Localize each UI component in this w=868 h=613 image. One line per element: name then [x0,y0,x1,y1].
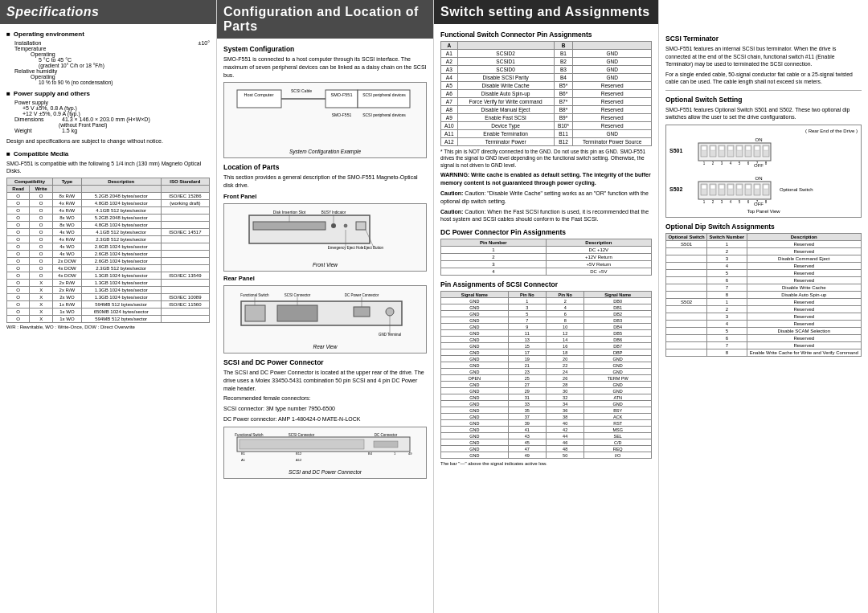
table-row: GND1718DBP [441,349,652,356]
operating-temp-value: 5 °C to 45 °C [31,57,210,63]
table-row: OX2x R/W1.3GB 1024 bytes/sector [7,286,210,293]
svg-text:Host Computer: Host Computer [244,92,273,97]
svg-text:SCSI Connector: SCSI Connector [288,433,314,437]
operating-temp-note: (gradient 10° C/h or 18 °F/h) [31,63,210,68]
weight-value: 1.5 kg [62,128,77,133]
iso-header: ISO Standard [161,178,209,185]
pin-assign-title: Pin Assignments of SCSI Connector [440,280,652,288]
table-row: OO4x WO2.6GB 1024 bytes/sector [7,243,210,250]
front-view-label: Front View [227,262,423,268]
caution2-text: Caution: Caution: When the Fast SCSI fun… [440,208,652,224]
svg-rect-87 [702,185,706,189]
caution1-strong: Caution: [440,190,463,196]
table-row: GND1112DB5 [441,330,652,337]
table-row: GND1314DB6 [441,337,652,343]
operating-humidity-value: 10 % to 90 % (no condensation) [31,80,210,85]
func-a-header [457,42,554,50]
s501-svg: ON [694,135,775,167]
table-row: GND2930GND [441,388,652,394]
installation-label: Installation [14,40,41,46]
table-row: 4Reserved [666,320,862,327]
table-row: GND4950I/O [441,452,652,459]
operating-temp-label: Operating [31,51,210,57]
caution1-body: Caution: "Disable Write Cache" setting w… [440,190,649,204]
svg-rect-60 [702,146,706,150]
table-row: OO4x WO2.6GB 1024 bytes/sector [7,250,210,257]
svg-text:5: 5 [739,161,741,166]
design-note-text: Design and specifications are subject to… [6,137,210,145]
table-row: A9Enable Fast SCSIB9*Reserved [441,114,652,122]
compat-footer: W/R : Rewritable, WO : Write-Once, DOW :… [6,325,210,329]
svg-rect-61 [710,146,715,150]
svg-text:SMO-F551: SMO-F551 [331,112,351,117]
warning-text: WARNING: Write cache is enabled as defau… [440,171,652,187]
type-header: Type [53,178,82,185]
svg-rect-67 [764,146,768,150]
system-config-desc: SMO-F551 is connected to a host computer… [223,55,427,79]
config-column: Configuration and Location of Parts Syst… [217,0,434,613]
svg-text:6: 6 [747,200,750,204]
front-panel-svg: Disk Insertion Slot BUSY Indicator Emerg… [233,207,418,260]
table-row: A3SCSID0B3GND [441,66,652,74]
installation-value: ±10° [199,40,210,46]
table-row: A6Disable Auto Spin-upB6*Reserved [441,90,652,98]
col2-title: Configuration and Location of Parts [223,5,419,33]
signal-table: Signal Name Pin No Pin No Signal Name GN… [440,291,652,459]
func-switch-note: * This pin is NOT directly connected to … [440,149,652,169]
svg-point-13 [331,223,336,228]
scsi-dc-label: SCSI and DC Power Connector [227,469,423,475]
table-row: 2Reserved [666,247,862,255]
pin-num-header: Pin Number [441,239,547,247]
scsi-dc-recommended: Recommended female connectors: [223,394,427,403]
table-row: A11Enable TerminationB11GND [441,130,652,138]
table-row: OX2x R/W1.3GB 1024 bytes/sector [7,279,210,286]
scsi-term-desc1: SMO-F551 features an internal SCSI bus t… [665,45,862,68]
svg-text:8: 8 [765,200,768,204]
svg-text:1: 1 [703,161,706,166]
system-config-label: System Configuration Example [227,149,423,154]
svg-text:1: 1 [703,200,706,204]
svg-text:Disk Insertion Slot: Disk Insertion Slot [272,210,305,215]
terminator-column: SCSI Terminator SMO-F551 features an int… [659,0,868,613]
table-row: GND3132ATN [441,394,652,401]
opt-switch-desc: SMO-F551 features Optional Switch S501 a… [665,106,862,121]
svg-text:49: 49 [408,452,412,456]
optional-switch-text: Optional Switch [780,187,813,192]
col4-spacer [665,6,862,30]
table-row: GND4344SEL [441,433,652,439]
weight-label: Weight [14,128,59,133]
table-row: 6Reserved [666,334,862,341]
operating-humidity-label: Operating [31,74,210,80]
svg-rect-25 [245,305,265,321]
compatibility-table: Compatibility Type Description ISO Stand… [6,178,210,323]
table-row: A1SCSID2B1GND [441,50,652,58]
opt-switch-header: Optional Switch [666,233,707,240]
table-row: 4DC +5V [441,268,652,276]
svg-text:SCSI peripheral devices: SCSI peripheral devices [362,92,406,97]
opt-switch-content: SMO-F551 features Optional Switch S501 a… [665,106,862,121]
scsi-term-content: SMO-F551 features an internal SCSI bus t… [665,45,862,86]
table-row: GND78DB3 [441,317,652,324]
svg-rect-92 [746,185,751,189]
table-row: 1DC +12V [441,247,652,254]
table-row: OO4x R/W4.8GB 1024 bytes/sector(working … [7,199,210,206]
front-panel-title: Front Panel [223,193,427,200]
s502-svg: ON OFF 1 2 3 [694,174,775,206]
svg-rect-38 [240,439,364,449]
svg-text:A12: A12 [296,458,302,462]
switch-column: Switch setting and Assignments Functiona… [434,0,659,613]
scsi-connector-text: SCSI connector: 3M type number 7950-6500 [223,405,427,413]
specifications-column: Specifications Operating environment Ins… [0,0,217,613]
table-row: S5021Reserved [666,298,862,305]
table-row: GND2728GND [441,382,652,388]
switch-num-header: Switch Number [707,233,747,240]
table-row: S5011Reserved [666,240,862,247]
table-row: GND4748REQ [441,446,652,452]
dc-power-title: DC Power Connector Pin Assignments [440,228,652,236]
svg-text:ON: ON [755,176,763,181]
rear-panel-svg: Functional Switch SCSI Connector DC Powe… [233,289,418,341]
table-row: A8Disable Manual EjectB8*Reserved [441,106,652,114]
svg-text:SCSI Connector: SCSI Connector [284,293,310,297]
table-row: GND4142MSG [441,427,652,433]
table-row: OO4x R/W2.3GB 512 bytes/sector [7,235,210,243]
